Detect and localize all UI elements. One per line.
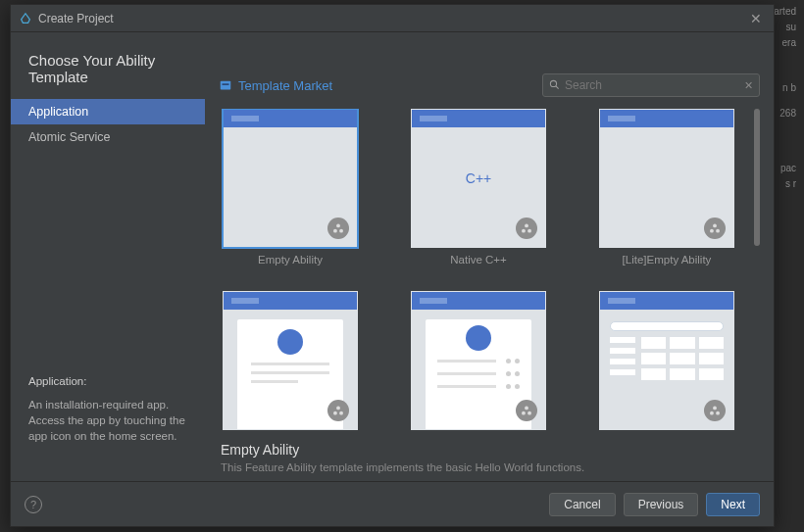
svg-point-19: [713, 406, 717, 410]
template-label: [Lite]Empty Ability: [623, 254, 712, 266]
sidebar-item-label: Application: [28, 105, 88, 119]
device-badge-icon: [516, 400, 537, 421]
template-thumbnail: C++: [411, 109, 546, 248]
template-detail-description: This Feature Ability template implements…: [221, 461, 758, 473]
sidebar-description-body: An installation-required app. Access the…: [28, 397, 187, 444]
market-icon: [219, 78, 232, 92]
svg-point-17: [522, 411, 526, 415]
svg-line-3: [556, 85, 559, 88]
device-badge-icon: [704, 218, 726, 239]
sidebar: Choose Your Ability Template Application…: [11, 32, 205, 481]
svg-point-21: [716, 411, 720, 415]
device-badge-icon: [704, 400, 726, 421]
app-logo-icon: [19, 12, 32, 25]
device-badge-icon: [327, 400, 349, 421]
svg-point-13: [336, 406, 340, 410]
template-label: Native C++: [450, 254, 507, 266]
clear-icon[interactable]: ✕: [744, 79, 753, 92]
svg-point-14: [333, 411, 337, 415]
dialog-title: Create Project: [38, 12, 114, 25]
dialog-titlebar: Create Project ✕: [11, 5, 774, 32]
sidebar-description-title: Application:: [28, 373, 187, 389]
svg-point-9: [528, 229, 531, 233]
template-thumbnail: [223, 109, 358, 248]
svg-point-6: [339, 229, 343, 233]
svg-rect-1: [223, 83, 229, 85]
svg-point-8: [522, 229, 526, 233]
sidebar-item-application[interactable]: Application: [11, 99, 205, 124]
template-label: Empty Ability: [258, 254, 323, 266]
search-icon: [549, 79, 560, 92]
template-card-empty-ability[interactable]: Empty Ability: [219, 109, 362, 266]
svg-point-5: [333, 229, 337, 233]
scrollbar[interactable]: [754, 109, 760, 246]
template-thumbnail: [599, 109, 734, 248]
cancel-button[interactable]: Cancel: [549, 493, 615, 516]
template-detail: Empty Ability This Feature Ability templ…: [219, 432, 760, 481]
cpp-icon: C++: [466, 170, 491, 186]
device-badge-icon: [516, 218, 537, 239]
template-market-link[interactable]: Template Market: [219, 78, 332, 93]
template-market-label: Template Market: [238, 78, 332, 93]
template-thumbnail: [411, 291, 546, 430]
svg-point-16: [525, 406, 528, 410]
svg-point-7: [525, 223, 528, 227]
template-card-list[interactable]: [407, 291, 550, 430]
template-card-grid[interactable]: [595, 291, 738, 430]
svg-point-12: [716, 229, 720, 233]
svg-point-2: [550, 80, 556, 86]
sidebar-description: Application: An installation-required ap…: [11, 360, 205, 467]
search-field[interactable]: ✕: [542, 73, 760, 97]
svg-point-15: [339, 411, 343, 415]
sidebar-item-label: Atomic Service: [28, 130, 110, 144]
svg-point-20: [710, 411, 714, 415]
next-button[interactable]: Next: [706, 493, 760, 516]
templates-grid: Empty Ability C++ Native C++: [219, 109, 748, 432]
svg-point-10: [713, 223, 717, 227]
template-card-profile[interactable]: [219, 291, 362, 430]
template-thumbnail: [223, 291, 358, 430]
sidebar-item-atomic-service[interactable]: Atomic Service: [11, 124, 205, 150]
template-thumbnail: [599, 291, 734, 430]
page-title: Choose Your Ability Template: [11, 46, 205, 99]
svg-point-18: [528, 411, 531, 415]
previous-button[interactable]: Previous: [624, 493, 699, 516]
device-badge-icon: [327, 218, 349, 239]
svg-point-11: [710, 229, 714, 233]
svg-point-4: [336, 223, 340, 227]
dialog-footer: ? Cancel Previous Next: [11, 481, 774, 526]
main-panel: Template Market ✕: [205, 32, 774, 481]
close-icon[interactable]: ✕: [746, 11, 766, 26]
template-detail-title: Empty Ability: [221, 442, 758, 458]
template-card-native-cpp[interactable]: C++ Native C++: [407, 109, 550, 266]
template-card-lite-empty-ability[interactable]: [Lite]Empty Ability: [595, 109, 738, 266]
create-project-dialog: Create Project ✕ Choose Your Ability Tem…: [10, 4, 775, 527]
help-icon[interactable]: ?: [25, 496, 42, 513]
search-input[interactable]: [565, 78, 744, 92]
